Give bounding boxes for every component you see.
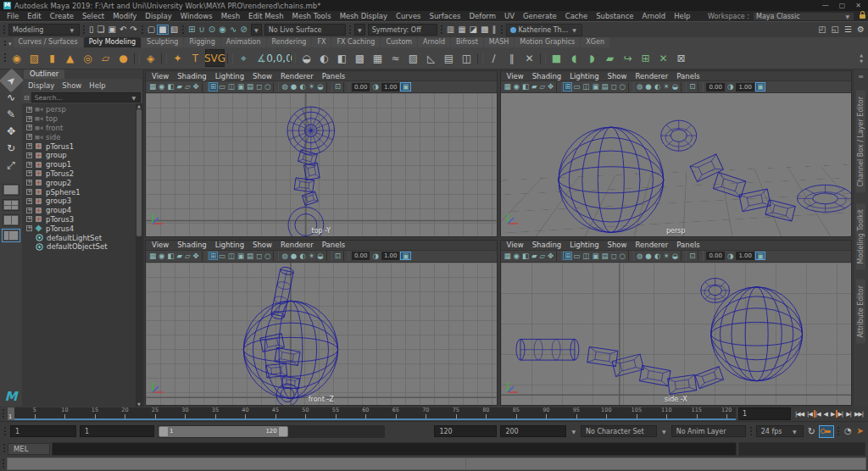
lighting-icon[interactable]: ☀ — [308, 252, 316, 260]
menu-windows[interactable]: Windows — [176, 11, 217, 21]
textured-icon[interactable]: ◐ — [298, 83, 306, 91]
poly-plane-icon[interactable]: ▱ — [97, 51, 114, 65]
svg-tool-icon[interactable]: SVG — [205, 49, 225, 67]
toggle-character-controls-icon[interactable]: ◱ — [831, 25, 840, 34]
grip-handle[interactable] — [749, 426, 753, 437]
grip-handle[interactable] — [3, 40, 7, 47]
pause-viewport-icon[interactable]: ∥ — [492, 25, 498, 34]
menu-show[interactable]: Show — [248, 72, 276, 80]
field-chart-icon[interactable]: ▤ — [246, 252, 254, 260]
triangulate-icon[interactable]: ◺ — [423, 51, 439, 65]
scale-tool[interactable]: ⤢ — [3, 157, 20, 174]
select-camera-icon[interactable]: ▦ — [148, 252, 157, 260]
wireframe-icon[interactable]: ◍ — [281, 252, 288, 260]
camera-attributes-icon[interactable]: ◧ — [166, 83, 175, 91]
contrast-icon[interactable]: ◑ — [726, 83, 734, 91]
menu-modify[interactable]: Modify — [108, 11, 141, 21]
menu-display[interactable]: Display — [28, 81, 54, 90]
menu-select[interactable]: Select — [78, 11, 108, 21]
bool-difference-icon[interactable]: ◖ — [566, 51, 582, 65]
symmetry-field[interactable]: Symmetry: Off — [368, 24, 437, 36]
launch-render-view-icon[interactable]: ▩ — [480, 25, 489, 34]
field-chart-icon[interactable]: ▤ — [600, 252, 609, 260]
camera-attributes-icon[interactable]: ◧ — [521, 252, 530, 260]
shadows-icon[interactable]: ◒ — [671, 252, 679, 260]
menu-renderer[interactable]: Renderer — [632, 72, 673, 80]
bridge-icon[interactable]: ↪ — [620, 51, 636, 65]
expand-icon[interactable]: + — [26, 208, 32, 213]
play-forwards-button[interactable]: ▶ — [829, 408, 836, 419]
gamma-field[interactable]: 1.00 — [381, 83, 400, 91]
contrast-icon[interactable]: ◑ — [371, 252, 379, 260]
sculpt-tool-icon[interactable]: ⊠ — [673, 51, 689, 65]
tab-channel-box[interactable]: Channel Box / Layer Editor — [856, 91, 865, 193]
shaded-icon[interactable]: ● — [290, 83, 298, 91]
image-plane-icon[interactable]: ▱ — [184, 252, 192, 260]
range-start-handle[interactable] — [159, 427, 168, 436]
workspace-dropdown[interactable]: Maya Classic▼ — [753, 12, 854, 21]
expand-icon[interactable]: + — [26, 143, 32, 149]
wireframe-icon[interactable]: ◍ — [636, 83, 643, 91]
exposure-field[interactable]: 0.00 — [352, 252, 370, 260]
user-account-chip[interactable]: Katherine Th... ▼ — [506, 24, 582, 36]
menu-panels[interactable]: Panels — [672, 72, 704, 80]
shelf-tab-rendering[interactable]: Rendering — [267, 37, 312, 47]
toggle-channel-box-icon[interactable]: ☰ — [843, 25, 853, 34]
poly-disc-icon[interactable]: ● — [115, 51, 131, 65]
step-back-frame-button[interactable]: |◀ — [805, 408, 814, 419]
current-frame-field[interactable]: 1 — [738, 407, 791, 420]
expand-icon[interactable]: + — [26, 180, 32, 186]
gate-mask-icon[interactable]: ▣ — [236, 83, 245, 91]
gamma-field[interactable]: 1.00 — [736, 83, 754, 91]
mirror-icon[interactable]: ◫ — [459, 51, 475, 65]
grip-handle[interactable] — [141, 25, 144, 36]
outliner-item-top[interactable]: +top — [22, 114, 136, 124]
shelf-tab-rigging[interactable]: Rigging — [184, 37, 220, 47]
menu-arnold[interactable]: Arnold — [638, 11, 670, 21]
outliner-item-group[interactable]: +group — [22, 151, 136, 160]
camera-attributes-icon[interactable]: ◧ — [521, 83, 530, 91]
isolate-select-icon[interactable]: ⊡ — [688, 252, 696, 260]
lock-camera-icon[interactable]: ◉ — [513, 83, 520, 91]
textured-icon[interactable]: ◐ — [298, 252, 306, 260]
safe-title-icon[interactable]: ○ — [264, 83, 271, 91]
scene-render-view-icon[interactable]: ▣ — [756, 83, 765, 91]
smooth-icon[interactable]: ≈ — [387, 51, 403, 65]
maximize-button[interactable]: ▢ — [839, 3, 846, 9]
redo-icon[interactable]: ↷ — [129, 25, 137, 34]
move-tool[interactable]: ✥ — [3, 123, 20, 140]
resolution-gate-icon[interactable]: ◫ — [581, 252, 590, 260]
render-icon[interactable]: ▥ — [446, 25, 455, 34]
bool-intersect-icon[interactable]: ◗ — [584, 51, 600, 65]
grip-handle[interactable] — [348, 25, 352, 36]
expand-icon[interactable]: + — [26, 162, 32, 168]
shelf-tab-custom[interactable]: Custom — [381, 37, 417, 47]
safe-action-icon[interactable]: ◻ — [609, 83, 617, 91]
scrollbar-thumb[interactable] — [136, 109, 142, 236]
exposure-field[interactable]: 0.00 — [706, 83, 725, 91]
pan-zoom-icon[interactable]: ✥ — [547, 252, 554, 260]
snap-point-icon[interactable]: ⊙ — [208, 25, 216, 34]
menu-cache[interactable]: Cache — [561, 11, 592, 21]
combine-icon[interactable]: ◒ — [298, 51, 314, 65]
grip-handle[interactable] — [837, 426, 840, 437]
current-frame-marker[interactable]: 1 — [8, 407, 14, 420]
shaded-icon[interactable]: ● — [644, 252, 652, 260]
undo-icon[interactable]: ↶ — [119, 25, 127, 34]
snap-options-dropdown[interactable]: ▼ — [251, 24, 262, 36]
menu-mesh[interactable]: Mesh — [217, 11, 244, 21]
grip-handle[interactable] — [181, 25, 185, 36]
image-plane-icon[interactable]: ▱ — [184, 83, 192, 91]
menu-edit-mesh[interactable]: Edit Mesh — [244, 11, 288, 21]
expand-icon[interactable]: + — [26, 116, 32, 122]
paint-select-tool[interactable]: ✎ — [3, 106, 20, 123]
tab-attribute-editor[interactable]: Attribute Editor — [856, 280, 865, 344]
wireframe-icon[interactable]: ◍ — [636, 252, 643, 260]
separate-icon[interactable]: ◐ — [316, 51, 332, 65]
lighting-icon[interactable]: ☀ — [662, 252, 670, 260]
fps-dropdown[interactable]: 24 fps▼ — [756, 425, 804, 437]
range-end-handle[interactable] — [279, 427, 287, 436]
expand-icon[interactable]: + — [26, 189, 32, 195]
expand-icon[interactable]: + — [26, 216, 32, 222]
grip-handle[interactable] — [2, 408, 5, 419]
